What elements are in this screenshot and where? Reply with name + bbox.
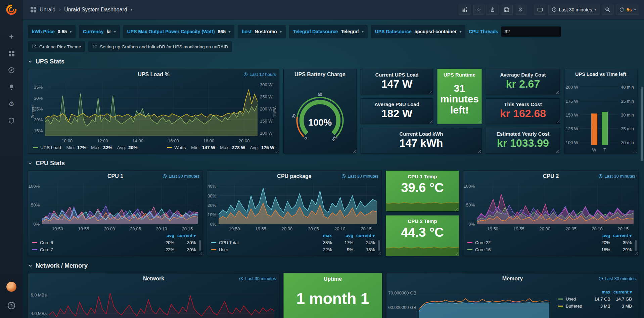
legend-column-header[interactable]: avg — [153, 233, 174, 238]
plot-area[interactable] — [477, 183, 634, 224]
panel-resize-handle[interactable] — [428, 90, 432, 94]
sidebar-item-profile[interactable] — [0, 280, 23, 294]
cpu-threads-input[interactable] — [501, 27, 561, 37]
variable-ups-max-output[interactable]: UPS Max Output Power Capacity (Watt) 865… — [123, 25, 234, 38]
stat-title[interactable]: This Years Cost — [486, 99, 560, 107]
zoom-out-button[interactable] — [602, 5, 614, 15]
plot-area[interactable] — [42, 183, 198, 224]
axis-tick-label: 30 min — [621, 112, 634, 117]
legend-column-header[interactable]: current ▾ — [353, 233, 375, 238]
dashboard-link-ups-monitoring-guide[interactable]: Setting up Grafana and InfluxDB for UPS … — [88, 41, 232, 52]
legend-series-name[interactable]: User — [211, 247, 310, 252]
save-button[interactable] — [501, 5, 513, 15]
sidebar-item-explore[interactable] — [0, 63, 23, 77]
legend-series-name[interactable]: Watts — [174, 145, 186, 150]
legend-series-name[interactable]: UPS Load — [40, 145, 61, 150]
panel-title[interactable]: UPS Load % — [138, 71, 169, 78]
variable-telegraf-datasource[interactable]: Telegraf Datasource Telegraf ▾ — [289, 25, 368, 38]
stat-title[interactable]: CPU 1 Temp — [386, 171, 459, 179]
legend-series-name[interactable]: Core 7 — [32, 247, 153, 252]
legend-scrollbar[interactable] — [378, 240, 380, 251]
panel-title[interactable]: CPU 2 — [543, 173, 559, 179]
page-scrollbar-thumb[interactable] — [641, 87, 643, 161]
legend-scrollbar[interactable] — [199, 240, 201, 251]
panel-time-range-badge[interactable]: Last 30 minutes — [598, 174, 635, 179]
stat-title[interactable]: Estimated Yearly Cost — [486, 128, 560, 137]
legend-series-name[interactable]: Core 6 — [32, 240, 153, 245]
panel-time-range-badge[interactable]: Last 30 minutes — [239, 276, 276, 281]
dashboard-link-plex-theme[interactable]: Grafana Plex Theme — [28, 41, 85, 52]
variable-ups-datasource[interactable]: UPS Datasource apcupsd-container ▾ — [371, 25, 465, 38]
time-badge-label: Last 30 minutes — [604, 174, 635, 179]
panel-resize-handle[interactable] — [555, 119, 559, 123]
chevron-down-icon[interactable]: ▾ — [131, 7, 133, 12]
stat-title[interactable]: Average Daily Cost — [486, 69, 560, 78]
grafana-logo[interactable] — [0, 0, 23, 19]
panel-title[interactable]: Network — [143, 275, 164, 282]
plot-area[interactable] — [419, 286, 549, 318]
legend-column-header[interactable]: avg — [332, 233, 353, 238]
panel-resize-handle[interactable] — [428, 119, 432, 123]
sidebar-item-create[interactable]: + — [0, 30, 23, 44]
row-header-cpu-stats[interactable]: CPU Stats — [28, 158, 639, 168]
page-scrollbar[interactable] — [641, 19, 644, 318]
row-header-network-memory[interactable]: Network / Memory — [28, 261, 639, 271]
sidebar-item-dashboards[interactable] — [0, 46, 23, 60]
panel-network: Network Last 30 minutes 6.0 MBs4.0 MBs2.… — [28, 273, 279, 318]
legend-column-header[interactable]: current ▾ — [174, 233, 196, 238]
panel-time-range-badge[interactable]: Last 30 minutes — [163, 174, 199, 179]
stat-title[interactable]: CPU 2 Temp — [386, 216, 459, 224]
panel-resize-handle[interactable] — [555, 90, 559, 94]
star-button[interactable]: ☆ — [473, 5, 485, 15]
legend-series-name[interactable]: Core 22 — [467, 240, 589, 245]
plot-area[interactable] — [581, 82, 618, 145]
sidebar-item-server-admin[interactable] — [0, 113, 23, 128]
sidebar-item-help[interactable]: ? — [0, 299, 23, 313]
refresh-button[interactable]: 5s ▾ — [616, 5, 639, 15]
legend-column-header[interactable]: current ▾ — [610, 289, 632, 294]
variable-host[interactable]: host Nostromo ▾ — [238, 25, 286, 38]
panel-time-range-badge[interactable]: Last 30 minutes — [599, 276, 636, 281]
legend-column-header[interactable]: max — [310, 233, 332, 238]
plot-area[interactable] — [219, 183, 377, 224]
panel-title[interactable]: UPS Battery Charge — [294, 71, 346, 78]
panel-title[interactable]: CPU 1 — [107, 173, 123, 179]
external-link-icon — [32, 44, 37, 49]
panel-title[interactable]: UPS Load vs Time left — [575, 72, 626, 77]
plot-area[interactable] — [45, 82, 258, 136]
sidebar-item-configuration[interactable]: ⚙ — [0, 97, 23, 111]
plot-area[interactable] — [49, 286, 274, 318]
dashboard-settings-button[interactable]: ⚙ — [515, 5, 526, 15]
legend-column-header[interactable]: max — [589, 289, 610, 294]
sidebar-item-alerting[interactable] — [0, 80, 23, 94]
legend-series-name[interactable]: Core 16 — [467, 247, 589, 252]
panel-title[interactable]: Memory — [502, 275, 523, 282]
stat-title[interactable]: Current UPS Load — [361, 69, 433, 78]
legend-series[interactable]: WattsMin:147 WMax:278 WAvg:175 W — [167, 145, 274, 150]
panel-time-range-badge[interactable]: Last 12 hours — [243, 72, 276, 77]
legend-column-header[interactable]: current ▾ — [610, 233, 632, 238]
breadcrumb-folder[interactable]: Unraid — [40, 7, 55, 13]
legend-series-name[interactable]: CPU Total — [211, 240, 310, 245]
cycle-view-button[interactable] — [534, 5, 546, 15]
legend-series[interactable]: UPS LoadMin:17%Max:32%Avg:20% — [33, 145, 137, 150]
panel-time-range-badge[interactable]: Last 30 minutes — [341, 174, 378, 179]
time-range-picker[interactable]: Last 30 minutes ▾ — [548, 5, 600, 15]
panel-title[interactable]: CPU package — [277, 173, 311, 179]
stat-title[interactable]: UPS Runtime — [438, 69, 481, 78]
add-panel-button[interactable] — [459, 5, 471, 15]
variable-kwh-price[interactable]: kWh Price 0.65 ▾ — [28, 25, 76, 38]
stat-title[interactable]: Uptime — [284, 273, 382, 282]
legend-column-header[interactable]: avg — [589, 233, 610, 238]
stat-title[interactable]: Current Load kWh — [361, 128, 481, 137]
variable-currency[interactable]: Currency kr ▾ — [79, 25, 120, 38]
legend-series-name[interactable]: Used — [558, 297, 589, 302]
panel-resize-handle[interactable] — [477, 149, 481, 153]
legend-scrollbar[interactable] — [635, 240, 637, 251]
share-button[interactable] — [487, 5, 499, 15]
row-header-ups-stats[interactable]: UPS Stats — [28, 56, 639, 66]
legend-series-name[interactable]: Buffered — [558, 304, 589, 309]
dashboard-title[interactable]: Unraid System Dashboard — [64, 7, 127, 13]
panel-resize-handle[interactable] — [555, 149, 559, 153]
stat-title[interactable]: Average PSU Load — [361, 99, 433, 107]
